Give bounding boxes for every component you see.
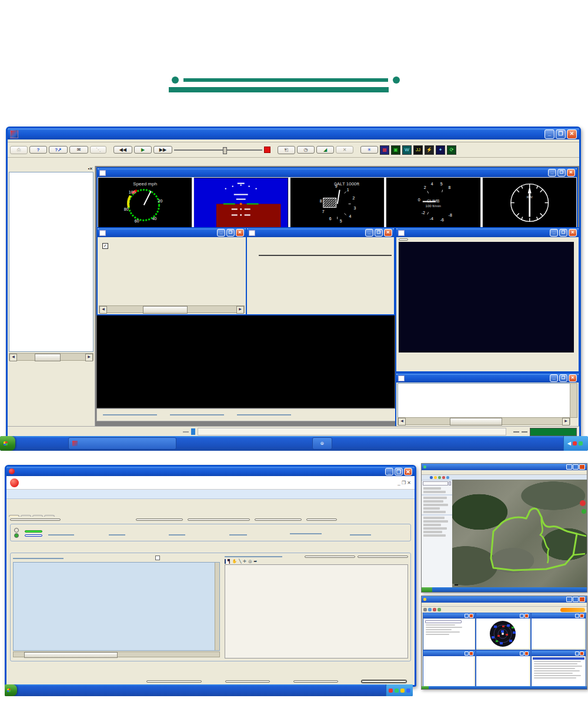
- sky-plot-titlebar[interactable]: _❐✕: [396, 228, 579, 237]
- tray-collapse-icon[interactable]: ◀: [567, 441, 571, 446]
- radio-continuous[interactable]: [14, 533, 19, 538]
- ge-tool-3[interactable]: [438, 476, 441, 479]
- vd-close-button[interactable]: ✕: [567, 169, 575, 177]
- tree-hscrollbar[interactable]: ◀▶: [9, 353, 93, 361]
- longitude-field[interactable]: [170, 414, 224, 415]
- plot-line-icon[interactable]: ╲: [239, 559, 241, 564]
- msg-close-button[interactable]: ✕: [569, 374, 577, 382]
- vehicle-dynamics-titlebar[interactable]: _ ❐ ✕: [98, 168, 577, 177]
- help-icon[interactable]: ?: [29, 146, 47, 154]
- trigger-type-select[interactable]: [290, 533, 322, 534]
- interference-icon[interactable]: JJ: [413, 145, 423, 155]
- results-vscrollbar[interactable]: [215, 563, 219, 650]
- start-button-bottom[interactable]: [5, 684, 17, 696]
- taskbar-task-simreplay[interactable]: [68, 437, 176, 450]
- tab-nc-per[interactable]: [44, 515, 55, 517]
- ext-atten-input[interactable]: [109, 534, 125, 536]
- tab-vsa[interactable]: [9, 515, 19, 517]
- clock-icon[interactable]: ◷: [297, 146, 315, 154]
- ge-max[interactable]: [573, 464, 579, 470]
- plot-reset-icon[interactable]: ◎: [248, 559, 252, 564]
- sky-restore-button[interactable]: ❐: [559, 229, 567, 237]
- save-button[interactable]: [293, 680, 338, 683]
- plg-minimize-button[interactable]: _: [365, 229, 373, 237]
- result-select[interactable]: [13, 558, 64, 559]
- plg-restore-button[interactable]: ❐: [375, 229, 383, 237]
- system-messages-titlebar[interactable]: _❐✕: [396, 374, 579, 383]
- capture-len-input[interactable]: [350, 534, 371, 536]
- simreplay-titlebar[interactable]: _ ❐ ✕: [8, 128, 579, 139]
- save-signal-button[interactable]: [136, 518, 183, 521]
- gnss-close[interactable]: [579, 597, 585, 602]
- vd-restore-button[interactable]: ❐: [557, 169, 566, 177]
- options-icon[interactable]: ⋱: [90, 146, 106, 154]
- ge-search-input[interactable]: [423, 481, 448, 485]
- power-levels-titlebar[interactable]: _❐✕: [247, 228, 394, 237]
- start-button-top[interactable]: [0, 436, 15, 451]
- ge-tool-5[interactable]: [446, 476, 449, 479]
- msg-hscrollbar[interactable]: ◀▶: [397, 417, 570, 425]
- sky-close-button[interactable]: ✕: [569, 229, 577, 237]
- tray2-icon-green[interactable]: [395, 689, 399, 693]
- ge-tool-4[interactable]: [442, 476, 445, 479]
- ge-close[interactable]: [579, 464, 585, 470]
- log-checkbox[interactable]: [155, 556, 160, 561]
- plot-zoom-icon[interactable]: ▙: [225, 559, 230, 564]
- sky-minimize-button[interactable]: _: [550, 229, 558, 237]
- tab-settings[interactable]: [32, 515, 43, 517]
- vd-minimize-button[interactable]: _: [548, 169, 556, 177]
- litepoint-titlebar[interactable]: _❐✕: [6, 467, 415, 476]
- height-field[interactable]: [237, 414, 291, 415]
- lp-close-button[interactable]: ✕: [404, 468, 412, 475]
- gnss-tool-1[interactable]: [423, 608, 427, 611]
- all-channels-checkbox[interactable]: ✓: [102, 243, 108, 249]
- context-help-icon[interactable]: ?➚: [49, 146, 68, 154]
- plot-type-select[interactable]: [225, 556, 282, 557]
- pa-hscrollbar[interactable]: ◀▶: [99, 305, 245, 313]
- tray-icon-red[interactable]: [573, 441, 577, 445]
- stop-icon[interactable]: [264, 147, 270, 153]
- tray-icon-green[interactable]: [579, 441, 583, 445]
- plot-export-icon[interactable]: ➦: [253, 559, 257, 564]
- tab-vsg[interactable]: [21, 515, 31, 517]
- tree-panel-close-icon[interactable]: ▪✕: [8, 166, 95, 172]
- tray2-icon-yellow[interactable]: [400, 689, 405, 693]
- select-tool-icon[interactable]: ⎗: [278, 146, 295, 154]
- sky-properties-button[interactable]: [399, 238, 408, 241]
- refresh-icon[interactable]: ⟳: [447, 145, 456, 155]
- recalculate-button[interactable]: [305, 556, 355, 558]
- stop-button[interactable]: [25, 530, 42, 533]
- tray2-icon-blue[interactable]: [406, 689, 410, 693]
- ge-min[interactable]: [566, 464, 572, 470]
- map-window-icon[interactable]: ▣: [391, 145, 400, 155]
- message-log-icon[interactable]: ✉: [69, 146, 88, 154]
- pa-minimize-button[interactable]: _: [217, 229, 225, 237]
- taskbar-tray-app-icon[interactable]: ⊜: [312, 437, 332, 450]
- power-adjust-icon[interactable]: ▦: [380, 145, 389, 155]
- rf-channel-select[interactable]: [48, 534, 74, 536]
- gnss-tool-3[interactable]: [433, 608, 436, 611]
- latitude-field[interactable]: [103, 414, 157, 415]
- report-html-button[interactable]: [255, 518, 302, 521]
- tray2-icon-red[interactable]: [389, 689, 393, 693]
- gnss-titlebar[interactable]: [422, 596, 587, 603]
- gnss-max[interactable]: [573, 597, 579, 602]
- graph-icon[interactable]: ◢: [316, 146, 334, 154]
- flash-icon[interactable]: ⚡: [425, 145, 434, 155]
- disabled-tool-icon[interactable]: ✕: [336, 146, 353, 154]
- open-signal-button[interactable]: [10, 518, 61, 521]
- minimize-button[interactable]: _: [544, 129, 554, 139]
- gnss-tool-4[interactable]: [437, 608, 441, 611]
- power-adjustment-titlebar[interactable]: _❐✕: [98, 228, 246, 237]
- close-button[interactable]: ✕: [567, 129, 577, 139]
- layout-icon[interactable]: ✳: [360, 146, 378, 154]
- sky-window-icon[interactable]: ✦: [436, 145, 445, 155]
- pa-restore-button[interactable]: ❐: [226, 229, 235, 237]
- lp-mdi-buttons[interactable]: _ ❐ ✕: [397, 480, 411, 485]
- gnss-min[interactable]: [566, 597, 572, 602]
- ge-search-button[interactable]: [449, 481, 451, 485]
- fast-forward-icon[interactable]: ▶▶: [153, 146, 172, 154]
- ge-titlebar[interactable]: [422, 464, 587, 470]
- pa-close-button[interactable]: ✕: [236, 229, 244, 237]
- speed-slider[interactable]: [174, 147, 262, 153]
